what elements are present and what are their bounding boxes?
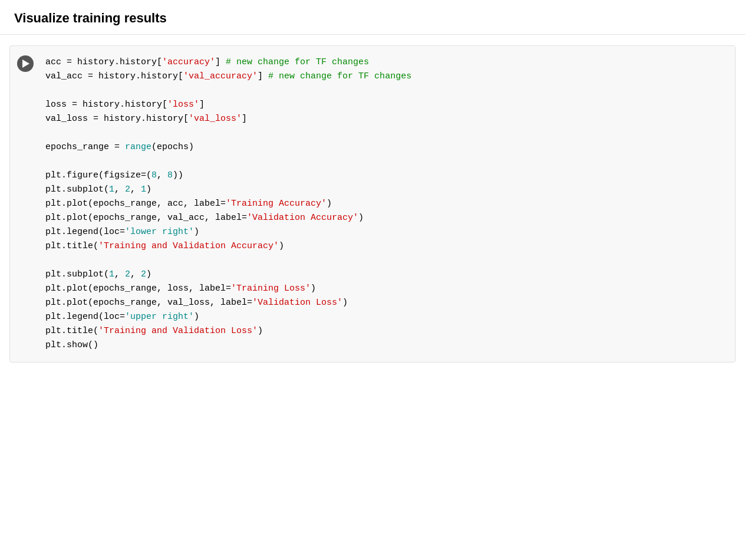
code-line: plt.figure(figsize=(8, 8)) — [45, 169, 726, 183]
code-line: plt.subplot(1, 2, 2) — [45, 268, 726, 282]
code-line: plt.legend(loc='upper right') — [45, 310, 726, 324]
code-line: plt.plot(epochs_range, val_acc, label='V… — [45, 211, 726, 225]
code-line — [45, 126, 726, 140]
code-line: plt.plot(epochs_range, loss, label='Trai… — [45, 282, 726, 296]
run-button-area — [10, 46, 41, 72]
code-line: plt.title('Training and Validation Loss'… — [45, 324, 726, 338]
code-line: plt.plot(epochs_range, acc, label='Train… — [45, 197, 726, 211]
run-cell-button[interactable] — [17, 55, 34, 72]
code-line: plt.subplot(1, 2, 1) — [45, 183, 726, 197]
code-editor[interactable]: acc = history.history['accuracy'] # new … — [41, 46, 735, 362]
code-line: acc = history.history['accuracy'] # new … — [45, 55, 726, 70]
code-line: epochs_range = range(epochs) — [45, 140, 726, 154]
code-line: plt.show() — [45, 338, 726, 353]
code-line: loss = history.history['loss'] — [45, 98, 726, 112]
code-line: val_loss = history.history['val_loss'] — [45, 112, 726, 126]
page-title: Visualize training results — [0, 0, 745, 35]
code-cell: acc = history.history['accuracy'] # new … — [9, 45, 736, 363]
code-line — [45, 84, 726, 98]
code-line: plt.title('Training and Validation Accur… — [45, 239, 726, 253]
code-line: plt.plot(epochs_range, val_loss, label='… — [45, 296, 726, 310]
code-line: val_acc = history.history['val_accuracy'… — [45, 70, 726, 84]
code-line — [45, 154, 726, 169]
code-line — [45, 253, 726, 268]
code-line: plt.legend(loc='lower right') — [45, 225, 726, 239]
